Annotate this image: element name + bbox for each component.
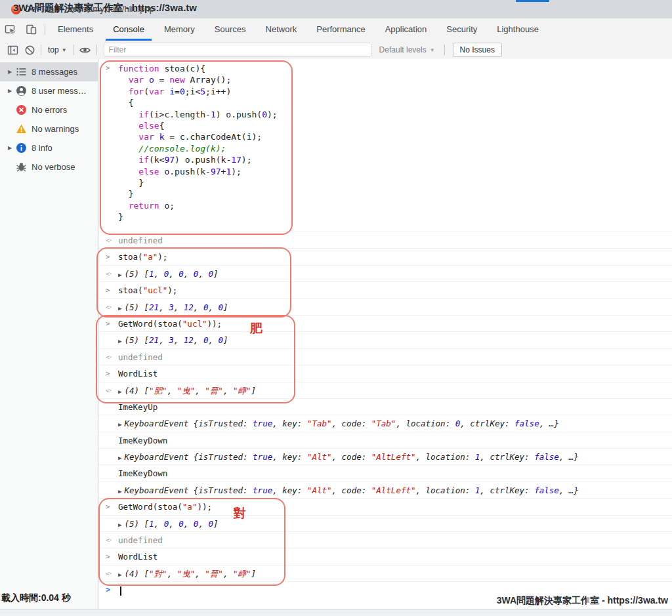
- object-expand-triangle-icon[interactable]: ▶: [118, 455, 121, 461]
- log-levels-dropdown[interactable]: Default levels ▼: [379, 45, 435, 54]
- console-text: GetWord(stoa(: [118, 319, 182, 329]
- console-text: o.push(k-: [159, 167, 211, 176]
- sidebar-item-verbose[interactable]: No verbose: [0, 157, 98, 176]
- expand-triangle-icon[interactable]: ▶: [0, 145, 16, 151]
- console-text: KeyboardEvent {isTrusted:: [124, 419, 253, 428]
- console-entry: <·undefined: [98, 232, 672, 249]
- console-text: "Tab": [307, 419, 332, 428]
- console-text: ) o.push(: [216, 110, 262, 119]
- console-text: , …}: [539, 419, 559, 428]
- result-arrow-icon: <·: [106, 532, 117, 548]
- tab-memory[interactable]: Memory: [154, 18, 205, 41]
- console-text: WordList: [118, 369, 158, 379]
- sidebar-item-messages[interactable]: ▶8 messages: [0, 62, 98, 81]
- console-text: ]: [223, 335, 228, 345]
- live-expression-eye-icon[interactable]: [77, 43, 94, 57]
- tab-sources[interactable]: Sources: [205, 18, 256, 41]
- object-expand-triangle-icon[interactable]: ▶: [118, 421, 121, 428]
- messages-icon: [16, 66, 27, 77]
- console-entry: <·▶(4) ["肥", "曳", "晉", "崢"]: [98, 382, 672, 399]
- toolbar-divider: [96, 45, 97, 55]
- console-text: 0: [262, 110, 267, 119]
- javascript-context-selector[interactable]: top ▼: [48, 45, 67, 54]
- sidebar-item-error[interactable]: No errors: [0, 100, 98, 119]
- object-expand-triangle-icon[interactable]: ▶: [118, 488, 121, 495]
- tab-application[interactable]: Application: [375, 18, 437, 41]
- sidebar-item-label: 8 info: [32, 143, 52, 153]
- console-entry: ▶KeyboardEvent {isTrusted: true, key: "T…: [98, 415, 672, 432]
- console-text: ,: [195, 386, 205, 396]
- console-text: , key:: [272, 485, 307, 495]
- console-text: true: [253, 452, 272, 462]
- console-text: var: [129, 75, 144, 85]
- object-expand-triangle-icon[interactable]: ▶: [118, 522, 121, 528]
- console-text: ));: [207, 319, 222, 329]
- console-text: ,: [194, 335, 203, 345]
- console-text: function: [118, 64, 159, 73]
- console-toolbar: top ▼ Default levels ▼ No Issues: [0, 41, 672, 60]
- console-text: , location:: [415, 452, 474, 462]
- console-text: ,: [223, 386, 233, 396]
- console-text: //console.log(k);: [138, 144, 226, 154]
- console-text: undefined: [118, 352, 163, 362]
- console-text: ,: [198, 269, 208, 279]
- console-text: var: [149, 87, 164, 96]
- console-text: );: [158, 252, 167, 262]
- input-chevron-icon: >: [106, 365, 117, 382]
- console-text: );: [167, 285, 177, 295]
- console-text: 12: [184, 335, 194, 345]
- tab-performance[interactable]: Performance: [306, 18, 375, 41]
- object-expand-triangle-icon[interactable]: ▶: [118, 305, 121, 312]
- tab-lighthouse[interactable]: Lighthouse: [487, 18, 549, 41]
- clear-console-icon[interactable]: [21, 43, 38, 57]
- console-text: "晉": [205, 569, 223, 579]
- console-text: [118, 155, 138, 165]
- console-text: stoa(: [118, 252, 143, 262]
- console-text: "Alt": [307, 485, 332, 495]
- expand-triangle-icon[interactable]: ▶: [0, 88, 16, 94]
- sidebar-item-info[interactable]: ▶8 info: [0, 138, 98, 157]
- console-text: ImeKeyDown: [118, 436, 167, 445]
- console-text: "AltLeft": [371, 452, 416, 462]
- console-text: undefined: [118, 535, 163, 545]
- console-text: , ctrlKey:: [480, 452, 534, 462]
- sidebar-item-user[interactable]: ▶8 user mess…: [0, 81, 98, 100]
- devtools-window: DevTools - boshiamy.com/hliu.php 3WA問題解決…: [0, 0, 672, 616]
- object-expand-triangle-icon[interactable]: ▶: [118, 338, 121, 344]
- console-text: ,: [154, 269, 164, 279]
- issues-counter-button[interactable]: No Issues: [453, 43, 502, 57]
- console-text: [144, 75, 149, 85]
- tab-elements[interactable]: Elements: [48, 18, 103, 41]
- console-text: 21: [149, 302, 159, 312]
- console-text: [154, 132, 159, 142]
- sidebar-item-warning[interactable]: No warnings: [0, 119, 98, 138]
- console-text: ,: [167, 386, 177, 396]
- object-expand-triangle-icon[interactable]: ▶: [118, 272, 121, 278]
- console-text: ,: [154, 519, 164, 529]
- console-text: , …}: [559, 452, 579, 462]
- device-toolbar-icon[interactable]: [21, 18, 42, 41]
- console-text: false: [514, 419, 539, 428]
- object-expand-triangle-icon[interactable]: ▶: [118, 388, 121, 395]
- console-sidebar-toggle-icon[interactable]: [4, 43, 21, 57]
- console-text: ImeKeyDown: [118, 468, 167, 478]
- console-text: "AltLeft": [371, 485, 416, 495]
- inspect-element-icon[interactable]: [0, 18, 21, 41]
- console-text: ,: [174, 302, 184, 312]
- object-expand-triangle-icon[interactable]: ▶: [118, 571, 121, 578]
- input-chevron-icon: >: [106, 249, 117, 265]
- sidebar-item-label: 8 user mess…: [32, 86, 87, 96]
- filter-input[interactable]: [104, 43, 371, 57]
- tab-console[interactable]: Console: [103, 18, 154, 41]
- expand-triangle-icon[interactable]: ▶: [0, 69, 16, 75]
- tab-network[interactable]: Network: [256, 18, 307, 41]
- console-text: 12: [184, 302, 194, 312]
- console-text: if: [138, 110, 149, 119]
- console-text: 0: [178, 269, 184, 279]
- watermark-top: 3WA問題解決專家工作室 - https://3wa.tw: [13, 2, 197, 14]
- console-messages: >function stoa(c){ var o = new Array(); …: [98, 59, 672, 609]
- input-chevron-icon: >: [106, 62, 117, 73]
- tab-strip: ElementsConsoleMemorySourcesNetworkPerfo…: [48, 18, 549, 41]
- tab-security[interactable]: Security: [436, 18, 487, 41]
- console-text: ]: [223, 302, 228, 312]
